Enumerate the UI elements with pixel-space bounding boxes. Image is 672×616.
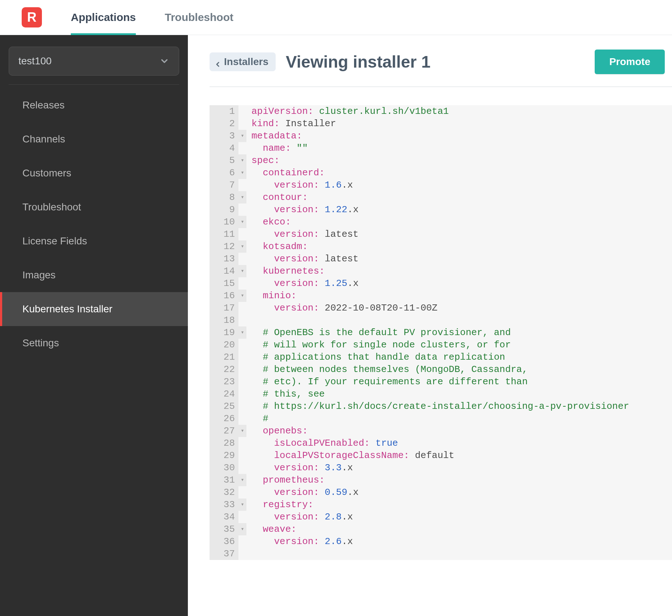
editor-line[interactable]: 34 version: 2.8.x — [210, 511, 672, 523]
code-content[interactable]: ekco: — [246, 216, 672, 228]
code-content[interactable]: isLocalPVEnabled: true — [246, 437, 672, 449]
code-content[interactable]: registry: — [246, 499, 672, 511]
fold-toggle-icon[interactable]: ▾ — [238, 326, 246, 339]
code-content[interactable]: # applications that handle data replicat… — [246, 351, 672, 363]
fold-toggle-icon[interactable]: ▾ — [238, 167, 246, 179]
fold-toggle-icon[interactable]: ▾ — [238, 474, 246, 486]
code-content[interactable]: containerd: — [246, 167, 672, 179]
code-content[interactable]: openebs: — [246, 425, 672, 437]
fold-toggle-icon[interactable]: ▾ — [238, 191, 246, 204]
editor-line[interactable]: 1apiVersion: cluster.kurl.sh/v1beta1 — [210, 105, 672, 117]
code-content[interactable]: version: 1.6.x — [246, 179, 672, 191]
yaml-editor[interactable]: 1apiVersion: cluster.kurl.sh/v1beta12kin… — [210, 105, 672, 560]
token-plain — [251, 266, 263, 277]
fold-toggle-icon[interactable]: ▾ — [238, 523, 246, 535]
editor-line[interactable]: 27▾ openebs: — [210, 425, 672, 437]
code-content[interactable]: kotsadm: — [246, 240, 672, 253]
code-content[interactable]: version: 2.8.x — [246, 511, 672, 523]
editor-line[interactable]: 18 — [210, 314, 672, 326]
app-selector[interactable]: test100 — [9, 47, 179, 76]
sidebar-item-releases[interactable]: Releases — [0, 88, 188, 122]
code-content[interactable]: contour: — [246, 191, 672, 204]
editor-line[interactable]: 14▾ kubernetes: — [210, 265, 672, 277]
code-content[interactable]: prometheus: — [246, 474, 672, 486]
editor-line[interactable]: 31▾ prometheus: — [210, 474, 672, 486]
code-content[interactable]: metadata: — [246, 130, 672, 142]
editor-line[interactable]: 22 # between nodes themselves (MongoDB, … — [210, 363, 672, 376]
editor-line[interactable]: 29 localPVStorageClassName: default — [210, 449, 672, 462]
sidebar-item-images[interactable]: Images — [0, 258, 188, 292]
fold-toggle-icon[interactable]: ▾ — [238, 240, 246, 253]
editor-line[interactable]: 4 name: "" — [210, 142, 672, 154]
editor-line[interactable]: 8▾ contour: — [210, 191, 672, 204]
editor-line[interactable]: 6▾ containerd: — [210, 167, 672, 179]
code-content[interactable]: version: 0.59.x — [246, 486, 672, 499]
fold-toggle-icon[interactable]: ▾ — [238, 130, 246, 142]
editor-line[interactable]: 10▾ ekco: — [210, 216, 672, 228]
code-content[interactable]: spec: — [246, 154, 672, 167]
editor-line[interactable]: 35▾ weave: — [210, 523, 672, 535]
code-content[interactable]: minio: — [246, 290, 672, 302]
editor-line[interactable]: 28 isLocalPVEnabled: true — [210, 437, 672, 449]
editor-line[interactable]: 21 # applications that handle data repli… — [210, 351, 672, 363]
editor-line[interactable]: 11 version: latest — [210, 228, 672, 240]
fold-toggle-icon[interactable]: ▾ — [238, 425, 246, 437]
code-content[interactable]: version: 2022-10-08T20-11-00Z — [246, 302, 672, 314]
code-content[interactable]: # etc). If your requirements are differe… — [246, 376, 672, 388]
code-content[interactable]: # OpenEBS is the default PV provisioner,… — [246, 326, 672, 339]
sidebar-item-channels[interactable]: Channels — [0, 122, 188, 156]
code-content[interactable]: version: latest — [246, 253, 672, 265]
editor-line[interactable]: 3▾metadata: — [210, 130, 672, 142]
code-content[interactable]: weave: — [246, 523, 672, 535]
fold-toggle-icon[interactable]: ▾ — [238, 216, 246, 228]
code-content[interactable]: version: latest — [246, 228, 672, 240]
code-content[interactable]: # https://kurl.sh/docs/create-installer/… — [246, 400, 672, 412]
promote-button[interactable]: Promote — [595, 50, 665, 74]
topnav-item-applications[interactable]: Applications — [71, 0, 150, 35]
breadcrumb-back[interactable]: Installers — [210, 52, 276, 71]
editor-line[interactable]: 33▾ registry: — [210, 499, 672, 511]
editor-line[interactable]: 13 version: latest — [210, 253, 672, 265]
code-content[interactable]: version: 1.25.x — [246, 277, 672, 290]
fold-toggle-icon[interactable]: ▾ — [238, 499, 246, 511]
editor-line[interactable]: 9 version: 1.22.x — [210, 204, 672, 216]
code-content[interactable]: # — [246, 412, 672, 425]
sidebar-item-kubernetes-installer[interactable]: Kubernetes Installer — [0, 292, 188, 326]
code-content[interactable]: # will work for single node clusters, or… — [246, 339, 672, 351]
editor-line[interactable]: 16▾ minio: — [210, 290, 672, 302]
topnav-item-troubleshoot[interactable]: Troubleshoot — [165, 0, 248, 35]
editor-line[interactable]: 5▾spec: — [210, 154, 672, 167]
code-content[interactable]: version: 1.22.x — [246, 204, 672, 216]
editor-line[interactable]: 7 version: 1.6.x — [210, 179, 672, 191]
sidebar-item-customers[interactable]: Customers — [0, 156, 188, 190]
editor-line[interactable]: 36 version: 2.6.x — [210, 535, 672, 548]
sidebar-item-settings[interactable]: Settings — [0, 326, 188, 360]
fold-toggle-icon[interactable]: ▾ — [238, 154, 246, 167]
editor-line[interactable]: 19▾ # OpenEBS is the default PV provisio… — [210, 326, 672, 339]
editor-line[interactable]: 17 version: 2022-10-08T20-11-00Z — [210, 302, 672, 314]
code-content[interactable]: kubernetes: — [246, 265, 672, 277]
fold-toggle-icon[interactable]: ▾ — [238, 290, 246, 302]
code-content[interactable]: # between nodes themselves (MongoDB, Cas… — [246, 363, 672, 376]
code-content[interactable]: apiVersion: cluster.kurl.sh/v1beta1 — [246, 105, 672, 117]
editor-line[interactable]: 20 # will work for single node clusters,… — [210, 339, 672, 351]
editor-line[interactable]: 26 # — [210, 412, 672, 425]
code-content[interactable]: # this, see — [246, 388, 672, 400]
code-content[interactable]: kind: Installer — [246, 117, 672, 130]
editor-line[interactable]: 2kind: Installer — [210, 117, 672, 130]
editor-line[interactable]: 25 # https://kurl.sh/docs/create-install… — [210, 400, 672, 412]
editor-line[interactable]: 32 version: 0.59.x — [210, 486, 672, 499]
editor-line[interactable]: 30 version: 3.3.x — [210, 462, 672, 474]
code-content[interactable]: version: 3.3.x — [246, 462, 672, 474]
code-content[interactable]: localPVStorageClassName: default — [246, 449, 672, 462]
editor-line[interactable]: 24 # this, see — [210, 388, 672, 400]
editor-line[interactable]: 23 # etc). If your requirements are diff… — [210, 376, 672, 388]
sidebar-item-license-fields[interactable]: License Fields — [0, 224, 188, 258]
editor-line[interactable]: 15 version: 1.25.x — [210, 277, 672, 290]
editor-line[interactable]: 37 — [210, 548, 672, 560]
editor-line[interactable]: 12▾ kotsadm: — [210, 240, 672, 253]
code-content[interactable]: version: 2.6.x — [246, 535, 672, 548]
code-content[interactable]: name: "" — [246, 142, 672, 154]
fold-toggle-icon[interactable]: ▾ — [238, 265, 246, 277]
sidebar-item-troubleshoot[interactable]: Troubleshoot — [0, 190, 188, 224]
